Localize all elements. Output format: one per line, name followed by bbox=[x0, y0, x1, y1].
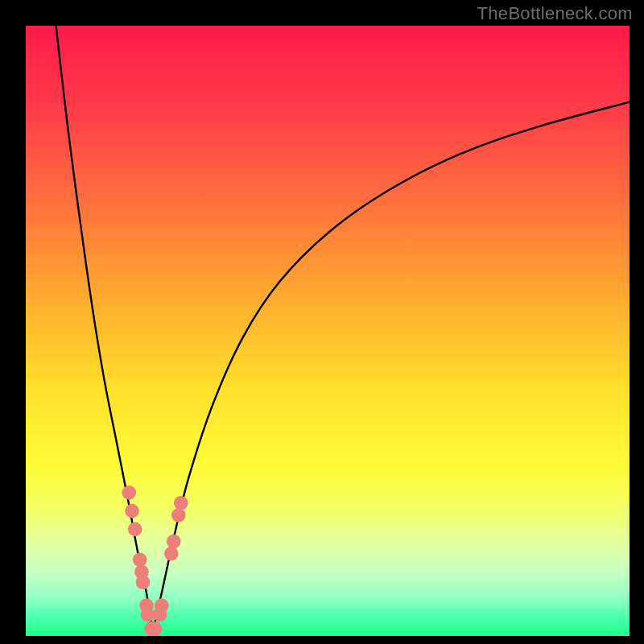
bottleneck-curve-right bbox=[153, 102, 630, 633]
data-marker bbox=[174, 496, 188, 510]
data-marker bbox=[171, 508, 186, 522]
bottleneck-curve-left bbox=[56, 26, 153, 633]
data-marker bbox=[125, 504, 139, 518]
plot-area bbox=[26, 26, 630, 636]
data-marker bbox=[141, 608, 155, 622]
data-marker bbox=[133, 552, 147, 567]
data-marker bbox=[148, 621, 163, 636]
data-marker bbox=[128, 522, 142, 537]
marker-group bbox=[122, 485, 188, 636]
data-marker bbox=[136, 575, 151, 589]
data-marker bbox=[167, 535, 181, 549]
data-marker bbox=[155, 598, 169, 613]
chart-frame: TheBottleneck.com bbox=[0, 0, 644, 644]
curve-layer bbox=[26, 26, 630, 636]
data-marker bbox=[164, 547, 179, 561]
data-marker bbox=[122, 485, 136, 500]
watermark-text: TheBottleneck.com bbox=[477, 3, 633, 24]
